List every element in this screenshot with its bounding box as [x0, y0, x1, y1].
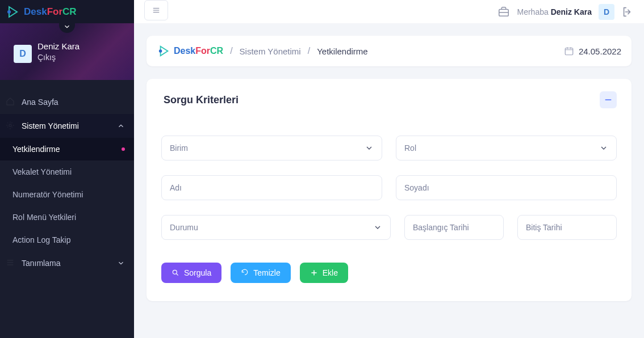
header-avatar[interactable]: D	[599, 4, 614, 20]
logout-icon[interactable]	[621, 6, 634, 18]
logo-icon	[157, 44, 172, 58]
collapse-button[interactable]	[600, 91, 617, 108]
field-label: Soyadı	[404, 183, 429, 192]
active-dot-icon	[122, 147, 125, 151]
sub-item-label: Numeratör Yönetimi	[12, 190, 83, 199]
plus-icon	[310, 269, 318, 277]
svg-rect-4	[565, 48, 573, 55]
sidebar-logo[interactable]: DeskForCR	[0, 0, 134, 23]
field-label: Başlangıç Tarihi	[413, 223, 469, 232]
content: DeskForCR / Sistem Yönetimi / Yetkilendi…	[134, 23, 644, 314]
rol-select[interactable]: Rol	[396, 136, 617, 160]
sub-item-label: Action Log Takip	[12, 235, 70, 244]
sub-item-role-menu[interactable]: Rol Menü Yetkileri	[0, 206, 134, 229]
sub-item-numerator[interactable]: Numeratör Yönetimi	[0, 183, 134, 206]
greeting-prefix: Merhaba	[517, 7, 548, 16]
nav-item-label: Ana Sayfa	[22, 98, 58, 107]
greeting-name: Deniz Kara	[551, 7, 592, 16]
button-label: Sorgula	[184, 268, 211, 277]
sorgula-button[interactable]: Sorgula	[161, 263, 221, 283]
nav-item-label: Tanımlama	[22, 259, 60, 268]
sub-item-label: Vekalet Yönetimi	[12, 167, 72, 176]
profile-logout-link[interactable]: Çıkış	[37, 53, 56, 62]
svg-point-5	[173, 270, 177, 274]
field-label: Birim	[170, 143, 188, 153]
topbar-right: Merhaba Deniz Kara D	[497, 4, 634, 20]
chevron-down-icon	[599, 143, 608, 153]
soyadi-input[interactable]: Soyadı	[396, 175, 617, 200]
birim-select[interactable]: Birim	[161, 136, 382, 160]
field-label: Rol	[404, 143, 416, 153]
breadcrumb-card: DeskForCR / Sistem Yönetimi / Yetkilendi…	[147, 36, 632, 66]
breadcrumb-date: 24.05.2022	[564, 46, 621, 56]
sub-item-action-log[interactable]: Action Log Takip	[0, 229, 134, 251]
adi-input[interactable]: Adı	[161, 175, 382, 200]
hamburger-button[interactable]	[144, 0, 168, 20]
durumu-select[interactable]: Durumu	[161, 215, 391, 240]
temizle-button[interactable]: Temizle	[231, 263, 290, 283]
sub-item-label: Yetkilendirme	[12, 145, 60, 154]
svg-point-1	[9, 124, 11, 126]
baslangic-date-input[interactable]: Başlangıç Tarihi	[404, 215, 504, 240]
chevron-up-icon	[117, 122, 125, 130]
calendar-icon	[564, 46, 574, 56]
panel-header: Sorgu Kriterleri	[161, 91, 617, 108]
svg-point-0	[7, 10, 11, 14]
ekle-button[interactable]: Ekle	[300, 263, 348, 283]
nav-item-home[interactable]: Ana Sayfa	[0, 90, 134, 114]
topbar: Merhaba Deniz Kara D	[134, 0, 644, 23]
profile-name: Deniz Kara	[37, 41, 80, 51]
field-label: Bitiş Tarihi	[526, 223, 562, 232]
sub-item-delegation[interactable]: Vekalet Yönetimi	[0, 160, 134, 183]
chevron-down-icon	[117, 259, 125, 267]
field-label: Adı	[170, 183, 182, 192]
breadcrumb-separator: /	[230, 46, 232, 56]
greeting: Merhaba Deniz Kara	[517, 7, 592, 16]
breadcrumb-item[interactable]: Sistem Yönetimi	[240, 47, 301, 56]
profile-area: D Deniz Kara Çıkış	[0, 23, 134, 80]
main: Merhaba Deniz Kara D DeskForCR / Sistem …	[134, 0, 644, 338]
home-icon	[6, 97, 16, 107]
sub-item-label: Rol Menü Yetkileri	[12, 213, 76, 222]
briefcase-icon[interactable]	[497, 6, 510, 18]
gear-icon	[6, 121, 16, 131]
chevron-down-icon	[373, 223, 382, 232]
breadcrumb-separator: /	[308, 46, 310, 56]
avatar: D	[14, 45, 32, 63]
profile-collapse-button[interactable]	[59, 20, 75, 33]
list-icon	[6, 258, 16, 268]
logo-icon	[6, 5, 20, 19]
sub-item-authorization[interactable]: Yetkilendirme	[0, 138, 134, 160]
bitis-date-input[interactable]: Bitiş Tarihi	[517, 215, 617, 240]
svg-point-3	[159, 49, 162, 53]
button-label: Ekle	[323, 268, 338, 277]
panel-title: Sorgu Kriterleri	[161, 94, 239, 106]
nav: Ana Sayfa Sistem Yönetimi Yetkilendirme …	[0, 80, 134, 275]
field-label: Durumu	[170, 223, 198, 232]
search-icon	[172, 269, 179, 277]
query-panel: Sorgu Kriterleri Birim Rol Adı	[147, 79, 632, 301]
sidebar: DeskForCR D Deniz Kara Çıkış Ana Sayfa S…	[0, 0, 134, 338]
chevron-down-icon	[365, 143, 374, 153]
breadcrumb-logo[interactable]: DeskForCR	[157, 44, 223, 58]
logo-text: DeskForCR	[24, 6, 77, 18]
undo-icon	[241, 269, 249, 277]
breadcrumb-item-active: Yetkilendirme	[317, 47, 368, 56]
action-bar: Sorgula Temizle Ekle	[161, 263, 617, 283]
date-value: 24.05.2022	[579, 47, 621, 56]
button-label: Temizle	[253, 268, 280, 277]
nav-item-label: Sistem Yönetimi	[22, 121, 79, 130]
nav-item-system-management[interactable]: Sistem Yönetimi	[0, 114, 134, 138]
nav-item-definition[interactable]: Tanımlama	[0, 251, 134, 275]
